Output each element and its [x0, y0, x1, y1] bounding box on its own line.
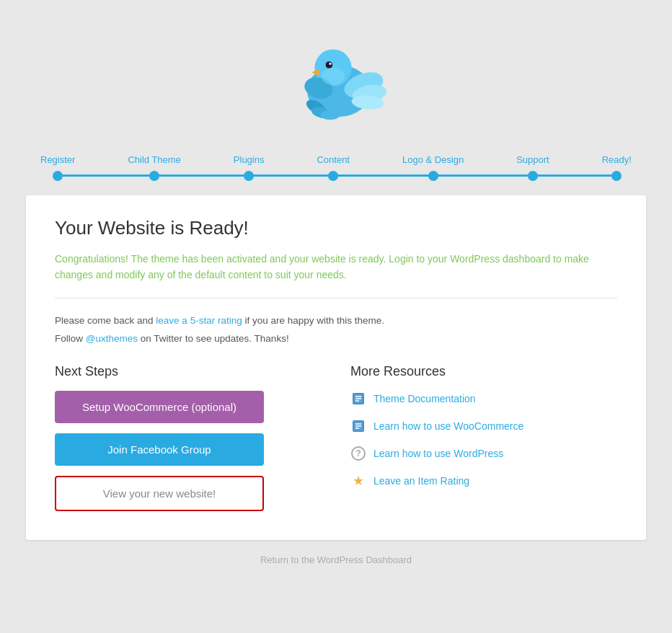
svg-point-8 — [320, 110, 340, 120]
page-wrapper: Register Child Theme Plugins Content Log… — [26, 14, 646, 565]
step-logo-design: Logo & Design — [402, 154, 464, 181]
step-plugins: Plugins — [234, 154, 265, 181]
svg-point-11 — [329, 63, 331, 65]
follow-suffix: if you are happy with this theme. — [242, 315, 384, 326]
more-resources-section: More Resources Theme Documentation — [350, 364, 617, 511]
question-circle-icon: ? — [350, 446, 366, 461]
view-website-button[interactable]: View your new website! — [55, 476, 264, 511]
congrats-text: Congratulations! The theme has been acti… — [55, 251, 617, 298]
main-card: Your Website is Ready! Congratulations! … — [26, 195, 646, 540]
step-dot-support — [528, 171, 538, 181]
step-content: Content — [317, 154, 350, 181]
join-facebook-button[interactable]: Join Facebook Group — [55, 433, 264, 466]
step-dot-logo-design — [428, 171, 438, 181]
card-title: Your Website is Ready! — [55, 217, 617, 239]
step-ready: Ready! — [602, 154, 632, 181]
woo-link[interactable]: Learn how to use WooCommerce — [373, 420, 523, 432]
dashboard-link[interactable]: Return to the WordPress Dashboard — [260, 554, 412, 565]
resource-item-woo: Learn how to use WooCommerce — [350, 418, 617, 434]
step-dot-child-theme — [149, 171, 159, 181]
next-steps-section: Next Steps Setup WooCommerce (optional) … — [55, 364, 322, 511]
resource-item-docs: Theme Documentation — [350, 391, 617, 407]
two-column-section: Next Steps Setup WooCommerce (optional) … — [55, 364, 617, 511]
resource-item-wp: ? Learn how to use WordPress — [350, 446, 617, 461]
rating-link[interactable]: leave a 5-star rating — [156, 315, 242, 326]
svg-point-10 — [326, 61, 333, 68]
step-support: Support — [516, 154, 549, 181]
step-dot-plugins — [244, 171, 254, 181]
next-steps-heading: Next Steps — [55, 364, 322, 379]
step-child-theme: Child Theme — [128, 154, 180, 181]
wp-link[interactable]: Learn how to use WordPress — [373, 448, 503, 459]
more-resources-heading: More Resources — [350, 364, 617, 379]
star-icon: ★ — [350, 473, 366, 489]
progress-section: Register Child Theme Plugins Content Log… — [26, 154, 646, 181]
step-dot-content — [328, 171, 338, 181]
twitter-suffix: on Twitter to see updates. Thanks! — [138, 333, 289, 344]
svg-point-12 — [322, 68, 345, 85]
follow-text-2: Follow @uxthemes on Twitter to see updat… — [55, 331, 617, 347]
docs-link[interactable]: Theme Documentation — [373, 393, 476, 404]
twitter-link[interactable]: @uxthemes — [86, 333, 138, 344]
step-register: Register — [40, 154, 75, 181]
rating-link-2[interactable]: Leave an Item Rating — [373, 475, 469, 487]
twitter-prefix: Follow — [55, 333, 86, 344]
follow-text-1: Please come back and leave a 5-star rati… — [55, 313, 617, 329]
follow-prefix: Please come back and — [55, 315, 156, 326]
resource-item-rating: ★ Leave an Item Rating — [350, 473, 617, 489]
setup-woocommerce-button[interactable]: Setup WooCommerce (optional) — [55, 391, 264, 423]
step-dot-ready — [611, 171, 622, 181]
step-dot-register — [53, 171, 63, 181]
book-icon — [350, 391, 366, 407]
book-icon-2 — [350, 418, 366, 434]
progress-steps: Register Child Theme Plugins Content Log… — [26, 154, 646, 181]
bird-logo — [278, 22, 394, 140]
